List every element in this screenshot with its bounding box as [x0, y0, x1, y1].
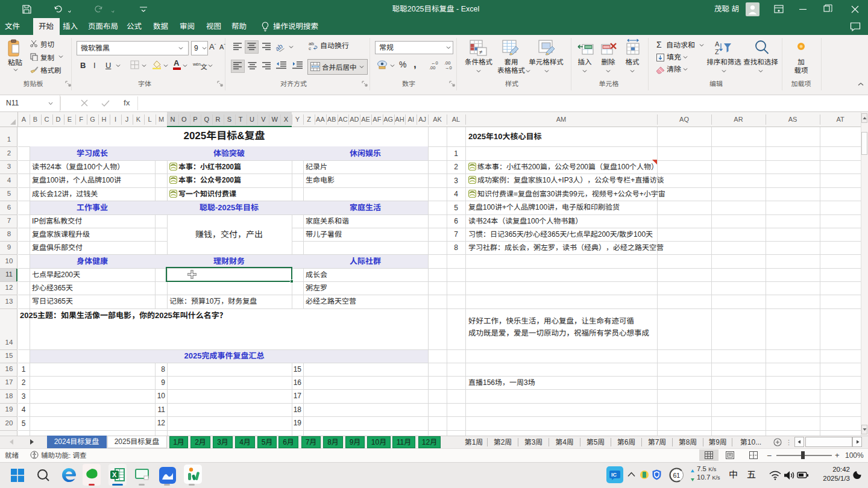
svg-text:ab: ab [276, 42, 284, 52]
svg-text:A: A [715, 40, 720, 48]
svg-text:≠: ≠ [479, 49, 483, 55]
svg-text:c: c [309, 46, 311, 51]
svg-text:Z: Z [715, 48, 719, 55]
svg-text:X: X [112, 471, 117, 478]
svg-text:61: 61 [673, 472, 681, 479]
svg-text:IC: IC [611, 472, 617, 478]
